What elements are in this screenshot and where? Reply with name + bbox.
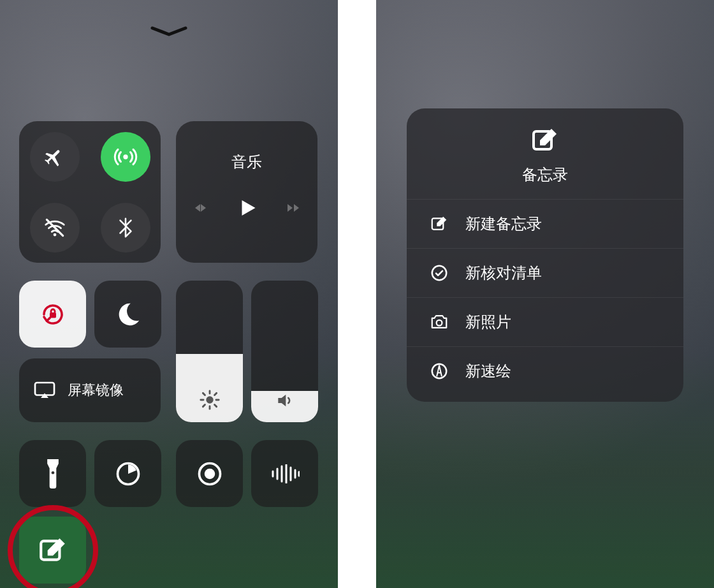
svg-point-0 bbox=[123, 154, 127, 159]
volume-slider[interactable] bbox=[251, 281, 318, 422]
airplay-icon bbox=[33, 381, 56, 400]
brightness-icon bbox=[199, 389, 221, 411]
sketch-icon bbox=[430, 362, 449, 381]
menu-item-label: 新照片 bbox=[465, 312, 511, 332]
check-circle-icon bbox=[430, 263, 449, 283]
volume-icon bbox=[275, 390, 295, 411]
notes-menu: 备忘录 新建备忘录 新核对清单 bbox=[407, 108, 683, 402]
svg-point-29 bbox=[437, 320, 442, 326]
menu-item-label: 新核对清单 bbox=[465, 263, 542, 283]
screen-record-button[interactable] bbox=[176, 440, 243, 507]
control-center-panel: 音乐 bbox=[0, 0, 338, 588]
svg-point-1 bbox=[53, 233, 56, 236]
screen-mirroring-label: 屏幕镜像 bbox=[68, 381, 124, 400]
next-track-icon[interactable] bbox=[284, 200, 303, 216]
svg-point-17 bbox=[204, 468, 215, 479]
bluetooth-toggle[interactable] bbox=[101, 203, 150, 253]
previous-track-icon[interactable] bbox=[191, 200, 210, 216]
notes-quick-actions-panel: 备忘录 新建备忘录 新核对清单 bbox=[376, 0, 714, 588]
music-label: 音乐 bbox=[231, 152, 262, 172]
panel-divider bbox=[338, 0, 376, 588]
orientation-lock-icon bbox=[38, 299, 68, 330]
svg-point-28 bbox=[432, 266, 447, 281]
menu-item-new-checklist[interactable]: 新核对清单 bbox=[407, 248, 683, 297]
dismiss-handle[interactable] bbox=[150, 26, 188, 38]
menu-item-new-photo[interactable]: 新照片 bbox=[407, 297, 683, 346]
wifi-off-icon bbox=[43, 216, 67, 240]
compose-icon bbox=[530, 125, 560, 156]
compose-icon bbox=[430, 214, 449, 233]
svg-line-9 bbox=[203, 393, 205, 395]
music-module[interactable]: 音乐 bbox=[176, 121, 317, 263]
cellular-icon bbox=[113, 144, 138, 170]
menu-item-new-sketch[interactable]: 新速绘 bbox=[407, 346, 683, 395]
timer-button[interactable] bbox=[94, 440, 161, 507]
menu-item-new-note[interactable]: 新建备忘录 bbox=[407, 199, 683, 248]
moon-icon bbox=[113, 300, 143, 329]
svg-line-12 bbox=[214, 393, 216, 395]
svg-point-4 bbox=[206, 396, 213, 403]
connectivity-module[interactable] bbox=[19, 121, 161, 263]
flashlight-button[interactable] bbox=[19, 440, 86, 507]
waveform-icon bbox=[270, 464, 300, 483]
wifi-toggle[interactable] bbox=[30, 203, 80, 253]
record-icon bbox=[196, 460, 224, 488]
svg-point-14 bbox=[51, 471, 54, 474]
notes-menu-title: 备忘录 bbox=[522, 165, 568, 185]
timer-icon bbox=[114, 460, 142, 488]
menu-item-label: 新建备忘录 bbox=[465, 214, 542, 234]
airplane-icon bbox=[43, 145, 66, 168]
svg-rect-3 bbox=[50, 312, 56, 318]
airplane-mode-toggle[interactable] bbox=[30, 132, 80, 182]
svg-line-11 bbox=[203, 405, 205, 407]
cellular-toggle[interactable] bbox=[101, 132, 150, 182]
bluetooth-icon bbox=[115, 217, 136, 239]
menu-item-label: 新速绘 bbox=[465, 361, 511, 381]
notes-menu-header: 备忘录 bbox=[407, 125, 683, 199]
compose-icon bbox=[37, 534, 69, 566]
flashlight-icon bbox=[45, 459, 61, 489]
camera-icon bbox=[430, 314, 449, 330]
do-not-disturb-toggle[interactable] bbox=[94, 281, 161, 348]
notes-button[interactable] bbox=[19, 517, 86, 584]
orientation-lock-toggle[interactable] bbox=[19, 281, 86, 348]
hearing-button[interactable] bbox=[251, 440, 318, 507]
play-icon[interactable] bbox=[235, 196, 258, 219]
chevron-down-icon bbox=[150, 26, 188, 37]
svg-line-10 bbox=[214, 405, 216, 407]
screen-mirroring-button[interactable]: 屏幕镜像 bbox=[19, 358, 161, 422]
brightness-slider[interactable] bbox=[176, 281, 243, 422]
